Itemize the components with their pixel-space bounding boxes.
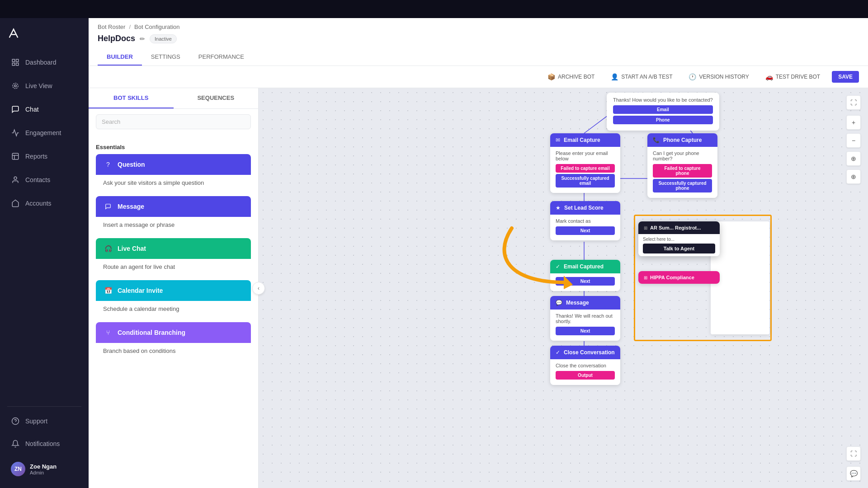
sidebar-divider bbox=[7, 406, 81, 407]
message-node-icon: 💬 bbox=[556, 300, 562, 306]
email-captured-node[interactable]: ✓ Email Captured Next bbox=[550, 260, 620, 291]
version-icon: 🕐 bbox=[689, 73, 696, 80]
lead-score-icon: ★ bbox=[556, 205, 561, 211]
hippa-compliance-node[interactable]: ⊞ HIPPA Compliance bbox=[638, 271, 720, 284]
fit-button[interactable]: ⛶ bbox=[846, 95, 861, 110]
message-node[interactable]: 💬 Message Thanks! We will reach out shor… bbox=[550, 296, 620, 341]
tab-builder[interactable]: BUILDER bbox=[98, 49, 142, 66]
avatar: ZN bbox=[11, 462, 25, 476]
svg-rect-1 bbox=[12, 59, 14, 61]
bottom-fullscreen-button[interactable]: ⛶ bbox=[846, 446, 861, 461]
edit-icon[interactable]: ✏ bbox=[140, 35, 145, 42]
close-conversation-node[interactable]: ✓ Close Conversation Close the conversat… bbox=[550, 346, 620, 385]
panel-tab-bot-skills[interactable]: BOT SKILLS bbox=[89, 88, 174, 108]
next-btn-3: Next bbox=[556, 327, 615, 335]
skill-card-question[interactable]: ? Question Ask your site visitors a simp… bbox=[96, 154, 251, 192]
main-content: Bot Roster / Bot Configuration HelpDocs … bbox=[89, 18, 868, 488]
sidebar-item-live-view[interactable]: Live View bbox=[4, 75, 85, 97]
map-button[interactable]: ⊕ bbox=[846, 169, 861, 184]
email-captured-body: Next bbox=[550, 273, 620, 291]
sidebar-item-user[interactable]: ZN Zoe Ngan Admin bbox=[4, 455, 85, 483]
tab-settings[interactable]: SETTINGS bbox=[142, 49, 189, 66]
skill-title: Live Chat bbox=[118, 245, 146, 252]
calendar-icon: 📅 bbox=[103, 286, 113, 296]
archive-bot-label: ARCHIVE BOT bbox=[558, 74, 594, 80]
breadcrumb-bot-config[interactable]: Bot Configuration bbox=[134, 23, 179, 30]
skill-title: Calendar Invite bbox=[118, 287, 163, 294]
skill-card-conditional-branching[interactable]: ⑂ Conditional Branching Branch based on … bbox=[96, 322, 251, 360]
left-panel: BOT SKILLS SEQUENCES Essentials ? Questi… bbox=[89, 88, 259, 488]
panel-content: Essentials ? Question Ask your site visi… bbox=[89, 135, 258, 488]
ab-test-icon: 👤 bbox=[611, 73, 618, 80]
tab-performance[interactable]: PERFORMANCE bbox=[189, 49, 253, 66]
bot-name: HelpDocs bbox=[98, 34, 135, 43]
popup-node[interactable]: ⊞ AR Sum... Registrot... Select here to.… bbox=[638, 221, 720, 256]
next-btn-2: Next bbox=[556, 277, 615, 286]
test-drive-label: TEST DRIVE BOT bbox=[776, 74, 820, 80]
skill-card-calendar-invite[interactable]: 📅 Calendar Invite Schedule a calendar me… bbox=[96, 280, 251, 318]
sidebar-item-label: Chat bbox=[25, 106, 39, 113]
search-input[interactable] bbox=[96, 114, 251, 129]
flow-canvas[interactable]: Thanks! How would you like to be contact… bbox=[259, 88, 868, 488]
panel-collapse-button[interactable]: ‹ bbox=[252, 282, 265, 295]
ab-test-button[interactable]: 👤 START AN A/B TEST bbox=[606, 70, 677, 83]
skill-card-message[interactable]: Message Insert a message or phrase bbox=[96, 196, 251, 234]
sidebar-item-engagement[interactable]: Engagement bbox=[4, 122, 85, 144]
panel-search bbox=[89, 109, 258, 135]
archive-bot-button[interactable]: 📦 ARCHIVE BOT bbox=[543, 70, 599, 83]
zoom-out-button[interactable]: − bbox=[846, 133, 861, 148]
sidebar-item-label: Dashboard bbox=[25, 59, 57, 66]
branching-icon: ⑂ bbox=[103, 328, 113, 338]
sidebar-item-contacts[interactable]: Contacts bbox=[4, 169, 85, 191]
test-drive-button[interactable]: 🚗 TEST DRIVE BOT bbox=[761, 70, 825, 83]
fullscreen-icon[interactable]: ⛶ bbox=[846, 95, 861, 110]
sidebar-item-label: Support bbox=[25, 418, 47, 425]
sidebar-item-reports[interactable]: Reports bbox=[4, 145, 85, 167]
skill-card-live-chat[interactable]: 🎧 Live Chat Route an agent for live chat bbox=[96, 238, 251, 276]
accounts-icon bbox=[11, 199, 20, 208]
reset-zoom-button[interactable]: ⊕ bbox=[846, 151, 861, 166]
success-phone-btn: Successfully captured phone bbox=[653, 179, 712, 192]
svg-rect-7 bbox=[12, 153, 19, 160]
live-view-icon bbox=[11, 81, 20, 90]
dashboard-icon bbox=[11, 58, 20, 67]
email-captured-icon: ✓ bbox=[556, 263, 560, 270]
version-history-button[interactable]: 🕐 VERSION HISTORY bbox=[684, 70, 753, 83]
zoom-in-button[interactable]: + bbox=[846, 115, 861, 130]
phone-btn: Phone bbox=[613, 116, 713, 124]
skill-body: Branch based on conditions bbox=[96, 343, 251, 360]
failed-email-btn: Failed to capture email bbox=[556, 164, 615, 173]
app-logo[interactable] bbox=[0, 23, 89, 51]
live-chat-icon: 🎧 bbox=[103, 244, 113, 253]
popup-option[interactable]: Talk to Agent bbox=[643, 244, 715, 253]
message-icon bbox=[103, 202, 113, 211]
sidebar-item-accounts[interactable]: Accounts bbox=[4, 192, 85, 214]
phone-capture-node[interactable]: 📞 Phone Capture Can I get your phone num… bbox=[647, 133, 717, 198]
close-conv-title: Close Conversation bbox=[564, 349, 615, 356]
skill-body: Ask your site visitors a simple question bbox=[96, 175, 251, 192]
save-button[interactable]: SAVE bbox=[832, 71, 859, 83]
sidebar-item-notifications[interactable]: Notifications bbox=[4, 433, 85, 455]
header-tabs: BUILDER SETTINGS PERFORMANCE bbox=[98, 49, 859, 66]
email-capture-node[interactable]: ✉ Email Capture Please enter your email … bbox=[550, 133, 620, 193]
sidebar-item-chat[interactable]: Chat bbox=[4, 99, 85, 120]
top-bar bbox=[0, 0, 868, 18]
fullscreen-bottom-icon[interactable]: ⛶ bbox=[846, 446, 861, 461]
breadcrumb-separator: / bbox=[129, 23, 131, 30]
zoom-controls: + − ⊕ ⊕ bbox=[846, 115, 861, 184]
panel-tab-sequences[interactable]: SEQUENCES bbox=[174, 88, 259, 108]
chat-expand-button[interactable]: 💬 bbox=[846, 466, 861, 481]
archive-icon: 📦 bbox=[547, 73, 555, 80]
skill-body: Route an agent for live chat bbox=[96, 259, 251, 276]
set-lead-score-node[interactable]: ★ Set Lead Score Mark contact as Next bbox=[550, 201, 620, 240]
popup-node-text: Select here to... bbox=[643, 237, 715, 242]
breadcrumb-bot-roster[interactable]: Bot Roster bbox=[98, 23, 125, 30]
version-history-label: VERSION HISTORY bbox=[699, 74, 749, 80]
sidebar-item-support[interactable]: Support bbox=[4, 410, 85, 432]
user-role: Admin bbox=[30, 470, 57, 475]
success-email-btn: Successfully captured email bbox=[556, 174, 615, 188]
chat-icon-bottom[interactable]: 💬 bbox=[846, 466, 861, 481]
email-capture-icon: ✉ bbox=[556, 137, 560, 143]
output-btn: Output bbox=[556, 371, 615, 380]
sidebar-item-dashboard[interactable]: Dashboard bbox=[4, 52, 85, 73]
